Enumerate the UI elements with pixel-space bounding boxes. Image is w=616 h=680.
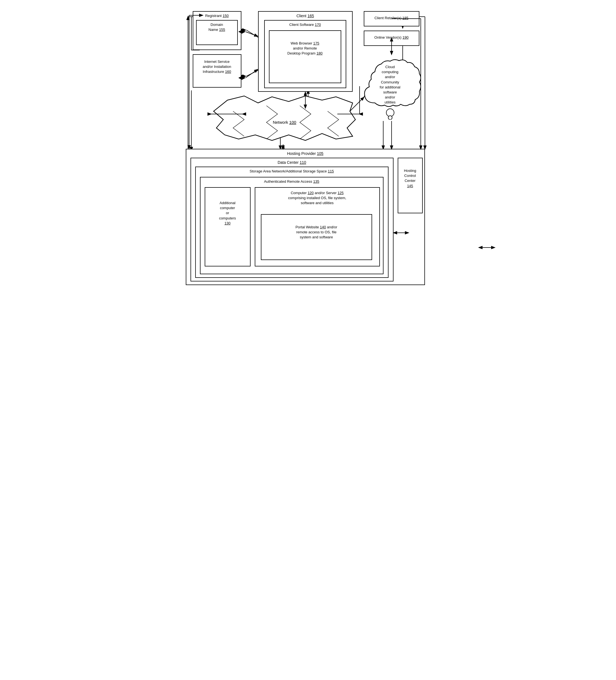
- web-browser-box: Web Browser 175 and/or RemoteDesktop Pro…: [269, 30, 341, 83]
- portal-label: Portal Website 140 and/or remote access …: [263, 216, 370, 240]
- portal-box: Portal Website 140 and/or remote access …: [261, 214, 372, 260]
- network-container: Network 100: [211, 94, 358, 145]
- additional-computer-label: Additionalcomputerorcomputers130: [207, 190, 248, 226]
- computer-server-label: Computer 120 and/or Server 125 comprisin…: [257, 190, 378, 207]
- svg-point-25: [386, 109, 394, 116]
- client-label: Client 165: [260, 13, 351, 19]
- data-center-box: Data Center 110 Storage Area Network/Add…: [191, 158, 393, 281]
- online-vendors-label: Online Vendor(s) 190: [366, 33, 417, 40]
- hosting-provider-box: Hosting Provider 105 Data Center 110 Sto…: [186, 149, 425, 285]
- svg-text:Network 100: Network 100: [273, 120, 296, 124]
- svg-point-26: [388, 116, 392, 120]
- auth-remote-label: Authenticated Remote Access 135: [202, 179, 381, 184]
- online-vendors-box: Online Vendor(s) 190: [364, 31, 419, 46]
- hosting-control-label: HostingControlCenter145: [400, 160, 420, 189]
- cloud-label: Cloudcomputingand/orCommunityfor additio…: [372, 64, 408, 105]
- client-software-label: Client Software 170: [267, 22, 344, 27]
- client-box: Client 165 Client Software 170 Web Brows…: [258, 11, 353, 92]
- svg-line-32: [246, 32, 257, 36]
- client-retailers-box: Client Retailer(s) 185: [364, 11, 419, 26]
- hosting-provider-label: Hosting Provider 105: [188, 151, 423, 157]
- domain-name-label: DomainName 155: [198, 22, 235, 32]
- data-center-label: Data Center 110: [193, 160, 391, 166]
- internet-service-box: Internet Serviceand/or InstallationInfra…: [193, 54, 242, 88]
- storage-area-label: Storage Area Network/Additional Storage …: [197, 169, 386, 174]
- auth-remote-box: Authenticated Remote Access 135 Addition…: [200, 177, 384, 274]
- svg-line-30: [246, 69, 257, 78]
- domain-name-box: DomainName 155: [196, 20, 238, 45]
- web-browser-label: Web Browser 175 and/or RemoteDesktop Pro…: [271, 32, 339, 56]
- computer-server-outer-box: Computer 120 and/or Server 125 comprisin…: [255, 187, 380, 266]
- client-retailers-label: Client Retailer(s) 185: [366, 13, 417, 21]
- client-software-box: Client Software 170 Web Browser 175 and/…: [264, 20, 346, 88]
- cloud-container: Cloudcomputingand/orCommunityfor additio…: [360, 50, 421, 120]
- storage-area-box: Storage Area Network/Additional Storage …: [195, 167, 389, 278]
- registrant-label: Registrant 150: [195, 13, 239, 18]
- additional-computer-box: Additionalcomputerorcomputers130: [205, 187, 251, 266]
- internet-service-label: Internet Serviceand/or InstallationInfra…: [195, 56, 239, 75]
- registrant-box: Registrant 150 DomainName 155: [193, 11, 242, 50]
- hosting-control-box: HostingControlCenter145: [398, 158, 423, 213]
